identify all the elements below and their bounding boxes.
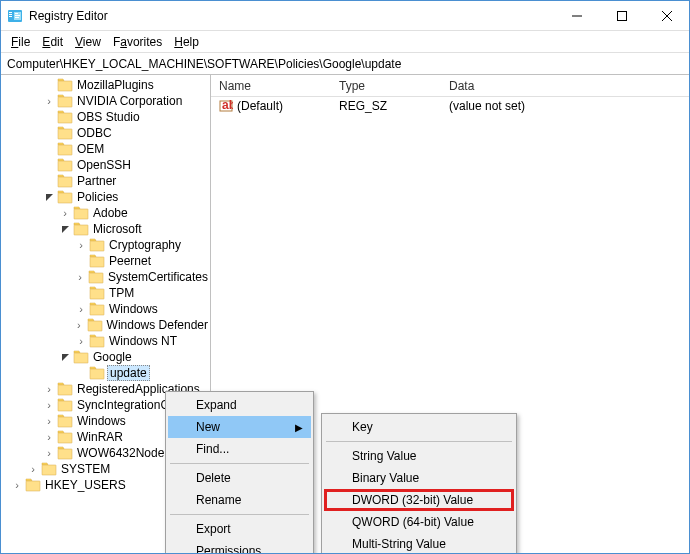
collapse-icon[interactable] [43,191,55,203]
expand-icon[interactable]: › [43,447,55,459]
svg-rect-25 [90,289,104,299]
svg-rect-19 [58,193,72,203]
expand-icon[interactable]: › [74,271,86,283]
folder-icon [57,398,73,412]
svg-rect-26 [90,305,104,315]
cm-new-string[interactable]: String Value [324,445,514,467]
folder-icon [89,302,105,316]
tree-item-label: TPM [107,286,136,300]
svg-rect-31 [58,385,72,395]
menubar: File Edit View Favorites Help [1,31,689,53]
folder-icon [89,254,105,268]
expand-icon[interactable]: › [43,95,55,107]
svg-rect-16 [58,145,72,155]
menu-help[interactable]: Help [168,33,205,51]
tree-item[interactable]: Google [1,349,210,365]
no-expand [43,175,55,187]
col-name[interactable]: Name [211,77,331,95]
svg-rect-13 [58,97,72,107]
collapse-icon[interactable] [59,223,71,235]
cm-rename[interactable]: Rename [168,489,311,511]
window-title: Registry Editor [29,9,554,23]
tree-item[interactable]: OEM [1,141,210,157]
cm-new-multistring[interactable]: Multi-String Value [324,533,514,554]
folder-icon [41,462,57,476]
expand-icon[interactable]: › [75,335,87,347]
tree-item[interactable]: ›Windows NT [1,333,210,349]
tree-item[interactable]: ›Windows [1,301,210,317]
cm-new-qword[interactable]: QWORD (64-bit) Value [324,511,514,533]
cm-new-dword[interactable]: DWORD (32-bit) Value [324,489,514,511]
svg-rect-15 [58,129,72,139]
svg-rect-22 [90,241,104,251]
svg-rect-3 [9,16,12,17]
collapse-icon[interactable] [59,351,71,363]
menu-file[interactable]: File [5,33,36,51]
tree-item[interactable]: ›Windows Defender [1,317,210,333]
tree-item-label: Peernet [107,254,153,268]
close-button[interactable] [644,1,689,31]
menu-edit[interactable]: Edit [36,33,69,51]
minimize-button[interactable] [554,1,599,31]
expand-icon[interactable]: › [43,399,55,411]
maximize-button[interactable] [599,1,644,31]
tree-item[interactable]: OpenSSH [1,157,210,173]
folder-icon [89,286,105,300]
tree-item[interactable]: ›SystemCertificates [1,269,210,285]
expand-icon[interactable]: › [27,463,39,475]
cm-new-key[interactable]: Key [324,416,514,438]
no-expand [43,143,55,155]
cm-export[interactable]: Export [168,518,311,540]
address-text: Computer\HKEY_LOCAL_MACHINE\SOFTWARE\Pol… [7,57,683,71]
cm-expand[interactable]: Expand [168,394,311,416]
tree-item-label: Windows NT [107,334,179,348]
tree-item[interactable]: TPM [1,285,210,301]
tree-item[interactable]: ›NVIDIA Corporation [1,93,210,109]
cm-new-binary[interactable]: Binary Value [324,467,514,489]
tree-item[interactable]: Partner [1,173,210,189]
col-type[interactable]: Type [331,77,441,95]
folder-icon [57,382,73,396]
expand-icon[interactable]: › [75,303,87,315]
expand-icon[interactable]: › [43,431,55,443]
tree-item[interactable]: ODBC [1,125,210,141]
tree-item[interactable]: ›Adobe [1,205,210,221]
tree-item-label: OBS Studio [75,110,142,124]
tree-item[interactable]: MozillaPlugins [1,77,210,93]
tree-item[interactable]: OBS Studio [1,109,210,125]
addressbar[interactable]: Computer\HKEY_LOCAL_MACHINE\SOFTWARE\Pol… [1,53,689,75]
cm-new[interactable]: New▶ [168,416,311,438]
no-expand [75,287,87,299]
cm-find[interactable]: Find... [168,438,311,460]
menu-favorites[interactable]: Favorites [107,33,168,51]
svg-rect-17 [58,161,72,171]
tree-item-label: SYSTEM [59,462,112,476]
cm-permissions[interactable]: Permissions... [168,540,311,554]
col-data[interactable]: Data [441,77,689,95]
expand-icon[interactable]: › [75,239,87,251]
tree-item[interactable]: update [1,365,210,381]
menu-view[interactable]: View [69,33,107,51]
expand-icon[interactable]: › [59,207,71,219]
list-row[interactable]: ab (Default) REG_SZ (value not set) [211,97,689,115]
tree-item[interactable]: Policies [1,189,210,205]
expand-icon[interactable]: › [43,415,55,427]
svg-rect-6 [15,15,20,16]
tree-item[interactable]: Peernet [1,253,210,269]
tree-item-label: OEM [75,142,106,156]
tree-item[interactable]: ›Cryptography [1,237,210,253]
svg-rect-20 [74,209,88,219]
chevron-right-icon: ▶ [295,422,303,433]
folder-icon [57,126,73,140]
expand-icon[interactable]: › [11,479,23,491]
folder-icon [57,94,73,108]
cm-delete[interactable]: Delete [168,467,311,489]
folder-icon [89,238,105,252]
svg-rect-32 [58,401,72,411]
svg-rect-5 [15,13,18,14]
expand-icon[interactable]: › [73,319,85,331]
tree-item-label: Adobe [91,206,130,220]
tree-item[interactable]: Microsoft [1,221,210,237]
svg-rect-37 [26,481,40,491]
expand-icon[interactable]: › [43,383,55,395]
